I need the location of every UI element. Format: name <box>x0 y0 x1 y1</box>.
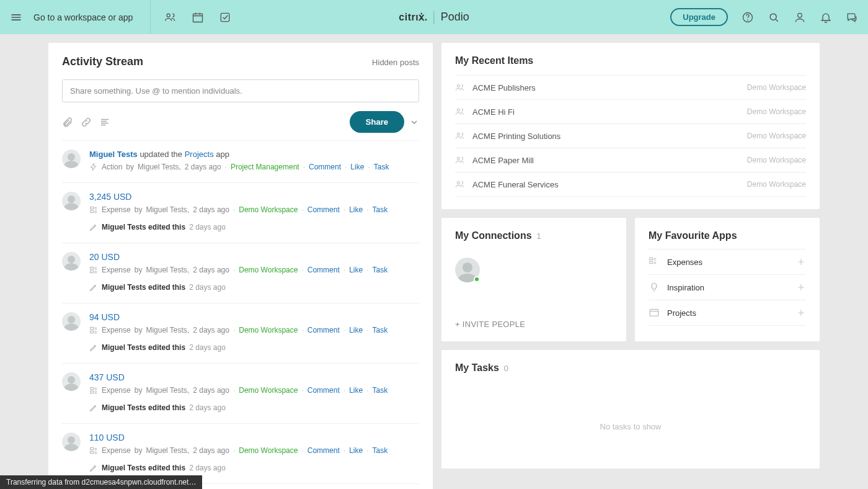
feed-type: Action <box>102 163 122 171</box>
comment-link[interactable]: Comment <box>309 163 341 171</box>
favourite-app[interactable]: Inspiration <box>649 275 806 300</box>
recent-item[interactable]: ACME Paper Mill Demo Workspace <box>455 148 806 173</box>
comment-link[interactable]: Comment <box>308 205 340 214</box>
like-link[interactable]: Like <box>349 446 363 455</box>
task-link[interactable]: Task <box>372 326 388 334</box>
recent-item[interactable]: ACME Funeral Services Demo Workspace <box>455 173 806 197</box>
feed-author[interactable]: Miguel Tests, <box>146 205 189 214</box>
svg-rect-15 <box>91 451 94 454</box>
svg-rect-10 <box>91 327 94 330</box>
feed-author[interactable]: Miguel Tests, <box>146 386 189 395</box>
feed-workspace[interactable]: Demo Workspace <box>239 386 298 395</box>
like-link[interactable]: Like <box>349 386 363 395</box>
feed-time: 2 days ago <box>185 163 221 171</box>
task-link[interactable]: Task <box>372 205 388 214</box>
feed-title[interactable]: Miguel Tests updated the Projects app <box>89 150 419 159</box>
invite-people-link[interactable]: + INVITE PEOPLE <box>455 320 613 329</box>
upgrade-button[interactable]: Upgrade <box>670 8 728 26</box>
fav-list: Expenses Inspiration Projects <box>649 249 806 326</box>
type-icon <box>89 386 98 395</box>
topbar-right: Upgrade <box>670 8 858 26</box>
edited-when: 2 days ago <box>189 223 226 231</box>
tasks-icon[interactable] <box>219 11 231 24</box>
profile-icon[interactable] <box>794 11 806 24</box>
feed-author[interactable]: Miguel Tests, <box>146 446 189 455</box>
chat-icon[interactable] <box>846 11 858 24</box>
comment-link[interactable]: Comment <box>308 446 340 455</box>
task-link[interactable]: Task <box>372 386 388 395</box>
goto-workspace[interactable]: Go to a workspace or app <box>33 12 133 22</box>
svg-rect-0 <box>193 14 203 22</box>
comment-link[interactable]: Comment <box>308 266 340 274</box>
recent-item[interactable]: ACME Publishers Demo Workspace <box>455 76 806 100</box>
avatar[interactable] <box>62 312 81 331</box>
avatar[interactable] <box>62 252 81 271</box>
avatar[interactable] <box>62 150 81 168</box>
plus-icon[interactable] <box>796 308 806 318</box>
calendar-icon[interactable] <box>192 11 204 24</box>
feed-title-link[interactable]: 20 USD <box>89 252 419 262</box>
help-icon[interactable] <box>742 11 754 24</box>
composer-input[interactable]: Share something. Use @ to mention indivi… <box>62 79 419 102</box>
share-button[interactable]: Share <box>350 111 404 133</box>
favourite-app[interactable]: Expenses <box>649 249 806 275</box>
feed-item: 3,245 USD Expense by Miguel Tests, 2 day… <box>62 183 419 243</box>
feed-workspace[interactable]: Project Management <box>231 163 299 171</box>
menu-icon[interactable] <box>10 11 22 24</box>
feed-author[interactable]: Miguel Tests, <box>138 163 181 171</box>
feed-workspace[interactable]: Demo Workspace <box>239 326 298 334</box>
search-icon[interactable] <box>768 11 780 24</box>
recent-item[interactable]: ACME Hi Fi Demo Workspace <box>455 100 806 124</box>
comment-link[interactable]: Comment <box>308 386 340 395</box>
task-link[interactable]: Task <box>372 446 388 455</box>
notifications-icon[interactable] <box>820 11 832 24</box>
feed-by: by <box>135 446 143 455</box>
edited-when: 2 days ago <box>189 283 226 292</box>
like-link[interactable]: Like <box>349 205 363 214</box>
comment-link[interactable]: Comment <box>308 326 340 334</box>
link-icon[interactable] <box>81 117 92 128</box>
feed-item: 437 USD Expense by Miguel Tests, 2 days … <box>62 364 419 424</box>
svg-rect-1 <box>221 13 229 21</box>
tasks-card: My Tasks 0 No tasks to show <box>441 350 820 469</box>
favourite-app-name: Inspiration <box>667 283 704 292</box>
avatar[interactable] <box>62 192 81 210</box>
feed-author[interactable]: Miguel Tests, <box>146 266 189 274</box>
feed-title-link[interactable]: 3,245 USD <box>89 192 419 202</box>
hidden-posts-link[interactable]: Hidden posts <box>372 58 419 67</box>
question-icon[interactable] <box>99 117 110 128</box>
connection-avatar[interactable] <box>455 258 480 282</box>
avatar[interactable] <box>62 433 81 451</box>
plus-icon[interactable] <box>796 282 806 292</box>
contact-icon <box>455 83 465 92</box>
recent-item[interactable]: ACME Printing Solutions Demo Workspace <box>455 124 806 148</box>
like-link[interactable]: Like <box>349 326 363 334</box>
feed-type: Expense <box>102 386 131 395</box>
feed-workspace[interactable]: Demo Workspace <box>239 446 298 455</box>
feed-workspace[interactable]: Demo Workspace <box>239 266 298 274</box>
type-icon <box>89 326 98 334</box>
avatar[interactable] <box>62 372 81 391</box>
contacts-icon[interactable] <box>164 11 177 24</box>
favourite-app[interactable]: Projects <box>649 300 806 326</box>
feed-by: by <box>126 163 134 171</box>
feed-time: 2 days ago <box>193 446 229 455</box>
brand-separator <box>434 11 435 24</box>
feed-title-link[interactable]: 437 USD <box>89 372 419 382</box>
topbar: Go to a workspace or app citrıẋ. Podio U… <box>0 0 868 34</box>
task-link[interactable]: Task <box>372 266 388 274</box>
feed-author[interactable]: Miguel Tests, <box>146 326 189 334</box>
plus-icon[interactable] <box>796 257 806 267</box>
feed-workspace[interactable]: Demo Workspace <box>239 205 298 214</box>
brand-podio: Podio <box>441 11 469 24</box>
connections-card: My Connections 1 + INVITE PEOPLE <box>441 218 626 341</box>
connections-title: My Connections <box>455 230 532 241</box>
feed-title-link[interactable]: 94 USD <box>89 312 419 322</box>
chevron-down-icon[interactable] <box>409 117 419 127</box>
feed-title-link[interactable]: 110 USD <box>89 433 419 442</box>
like-link[interactable]: Like <box>350 163 364 171</box>
feed-by: by <box>135 205 143 214</box>
attachment-icon[interactable] <box>62 117 73 128</box>
task-link[interactable]: Task <box>374 163 389 171</box>
like-link[interactable]: Like <box>349 266 363 274</box>
